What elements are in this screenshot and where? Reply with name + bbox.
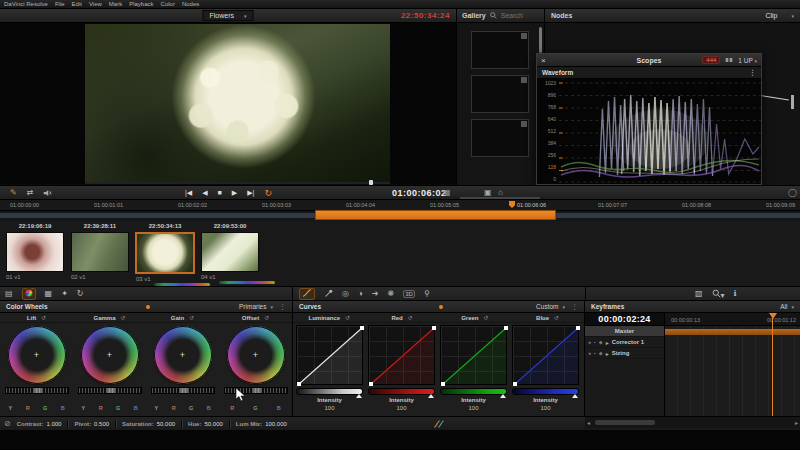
window-circle-icon[interactable]: ◎ (342, 290, 349, 298)
gallery-search-placeholder[interactable]: Search (501, 12, 523, 19)
skip-end-button[interactable]: ▶| (247, 189, 254, 197)
scope-layout-dropdown[interactable]: 1 UP ▾ (738, 57, 757, 64)
slider-handle[interactable] (356, 394, 362, 398)
status-globe-icon[interactable]: ◯ (788, 188, 797, 197)
lummix-adjustment[interactable]: Lum Mix:100.000 (236, 421, 287, 427)
scroll-thumb[interactable] (595, 420, 655, 425)
search-icon[interactable] (490, 12, 497, 19)
contrast-adjustment[interactable]: Contrast:1.000 (17, 421, 62, 427)
viewer-clip-dropdown[interactable]: Flowers ▾ (202, 10, 253, 21)
reset-icon[interactable]: ↺ (484, 314, 489, 321)
scroll-left-icon[interactable]: ◂ (587, 419, 590, 426)
hue-adjustment[interactable]: Hue:50.000 (188, 421, 223, 427)
curves-mode-dropdown[interactable]: Custom ▾ (536, 303, 565, 310)
shuffle-icon[interactable]: ⇄ (27, 188, 34, 197)
scope-quality-badge[interactable]: 444 (702, 56, 720, 64)
viewer-scrub-bar[interactable] (85, 182, 390, 184)
zoom-search-icon[interactable]: ▾ (712, 289, 725, 300)
gallery-still[interactable] (471, 31, 529, 69)
keyframes-ruler[interactable]: 00:00:00:13 00:00:01:12 (665, 313, 800, 326)
clip-cell-1[interactable]: 22:19:06:19 01 v1 (4, 223, 66, 280)
kebab-menu-icon[interactable]: ⋮ (749, 69, 756, 77)
menu-app[interactable]: DaVinci Resolve (4, 1, 48, 7)
enable-dot-icon[interactable]: ● (588, 350, 591, 356)
grade-tool-icon[interactable]: ✎ (10, 188, 17, 197)
pivot-adjustment[interactable]: Pivot:0.500 (74, 421, 109, 427)
keyframe-row-corrector1[interactable]: ● ▪ ◆ ▸ Corrector 1 (585, 337, 664, 348)
scope-expand-icon[interactable] (725, 57, 733, 63)
clip-thumbnail[interactable] (6, 232, 64, 272)
slider-handle[interactable] (428, 394, 434, 398)
adj-value[interactable]: 50.000 (157, 421, 175, 427)
clip-cell-2[interactable]: 22:39:28:11 02 v1 (69, 223, 131, 280)
green-intensity-slider[interactable] (440, 388, 507, 395)
qualifier-eyedropper-icon[interactable] (324, 289, 333, 300)
loop-button[interactable]: ↻ (264, 188, 272, 198)
gallery-scrollbar[interactable] (539, 27, 542, 53)
gamma-master-wheel[interactable] (78, 387, 142, 394)
adj-value[interactable]: 100.000 (265, 421, 287, 427)
scopes-titlebar[interactable]: × Scopes 444 1 UP ▾ (537, 54, 761, 67)
reset-icon[interactable]: ↺ (264, 314, 269, 321)
rgb-mixer-icon[interactable]: ▦ (45, 290, 53, 298)
intensity-value[interactable]: 100 (317, 405, 342, 411)
gamma-color-wheel[interactable]: + (81, 326, 139, 384)
slider-handle[interactable] (500, 394, 506, 398)
lock-icon[interactable]: ▪ (594, 339, 596, 345)
keyframes-filter-dropdown[interactable]: All ▾ (780, 303, 794, 310)
scroll-right-icon[interactable]: ▸ (795, 419, 798, 426)
gallery-still[interactable] (471, 119, 529, 157)
keyframe-diamond-icon[interactable]: ◆ (599, 339, 603, 345)
gallery-still[interactable] (471, 75, 529, 113)
menu-view[interactable]: View (89, 1, 102, 7)
blue-intensity-slider[interactable] (512, 388, 579, 395)
info-icon[interactable]: ℹ (734, 290, 737, 298)
red-curve-graph[interactable] (368, 325, 435, 385)
tracker-icon[interactable]: ➜ (372, 290, 379, 298)
clip-cell-3-selected[interactable]: 22:50:34:13 03 v1 (134, 223, 196, 282)
reset-icon[interactable]: ↺ (554, 314, 559, 321)
red-intensity-slider[interactable] (368, 388, 435, 395)
saturation-adjustment[interactable]: Saturation:50.000 (122, 421, 175, 427)
scope-type-dropdown[interactable]: Waveform (542, 69, 573, 76)
gain-color-wheel[interactable]: + (154, 326, 212, 384)
clip-thumbnail[interactable] (201, 232, 259, 272)
keyframes-playhead[interactable] (772, 313, 773, 416)
blur-icon[interactable]: ❋ (388, 290, 395, 298)
reset-icon[interactable]: ↺ (345, 314, 350, 321)
keyframe-diamond-icon[interactable]: ◆ (599, 350, 603, 356)
refresh-icon[interactable]: ↻ (77, 290, 84, 298)
lift-color-wheel[interactable]: + (8, 326, 66, 384)
keyframe-row-master[interactable]: Master (585, 326, 664, 337)
menu-playback[interactable]: Playback (129, 1, 153, 7)
luminance-curve-graph[interactable] (296, 325, 363, 385)
audio-mute-icon[interactable] (43, 189, 52, 197)
color-wheels-icon[interactable] (22, 288, 36, 300)
kebab-menu-icon[interactable]: ⋮ (571, 303, 578, 311)
lift-master-wheel[interactable] (5, 387, 69, 394)
blue-curve-graph[interactable] (512, 325, 579, 385)
master-keyframe-bar[interactable] (665, 329, 800, 335)
menu-file[interactable]: File (55, 1, 65, 7)
keyframes-hscrollbar[interactable]: ◂ ▸ (585, 416, 800, 428)
reset-icon[interactable]: ↺ (120, 314, 125, 321)
adj-value[interactable]: 1.000 (46, 421, 61, 427)
offset-color-wheel[interactable]: + (227, 326, 285, 384)
reset-icon[interactable]: ↺ (189, 314, 194, 321)
menu-color[interactable]: Color (161, 1, 175, 7)
keyframes-timeline[interactable]: 00:00:00:13 00:00:01:12 (665, 313, 800, 416)
node-output-handle[interactable] (791, 95, 794, 109)
reset-icon[interactable]: ↺ (408, 314, 413, 321)
selected-clip-range[interactable] (315, 210, 556, 220)
enable-dot-icon[interactable]: ● (588, 339, 591, 345)
home-icon[interactable]: ⌂ (498, 188, 503, 197)
playhead-marker[interactable] (509, 201, 515, 208)
clip-cell-4[interactable]: 22:09:53:00 04 v1 (199, 223, 261, 280)
keyframe-row-sizing[interactable]: ● ▪ ◆ ▸ Sizing (585, 348, 664, 359)
camera-raw-icon[interactable]: ▤ (5, 290, 13, 298)
power-window-icon[interactable]: ◑ (358, 290, 363, 298)
offset-master-wheel[interactable] (224, 387, 288, 394)
expand-icon[interactable]: ▸ (606, 339, 609, 346)
adj-value[interactable]: 50.000 (204, 421, 222, 427)
wheels-mode-dropdown[interactable]: Primaries ▾ (239, 303, 273, 310)
